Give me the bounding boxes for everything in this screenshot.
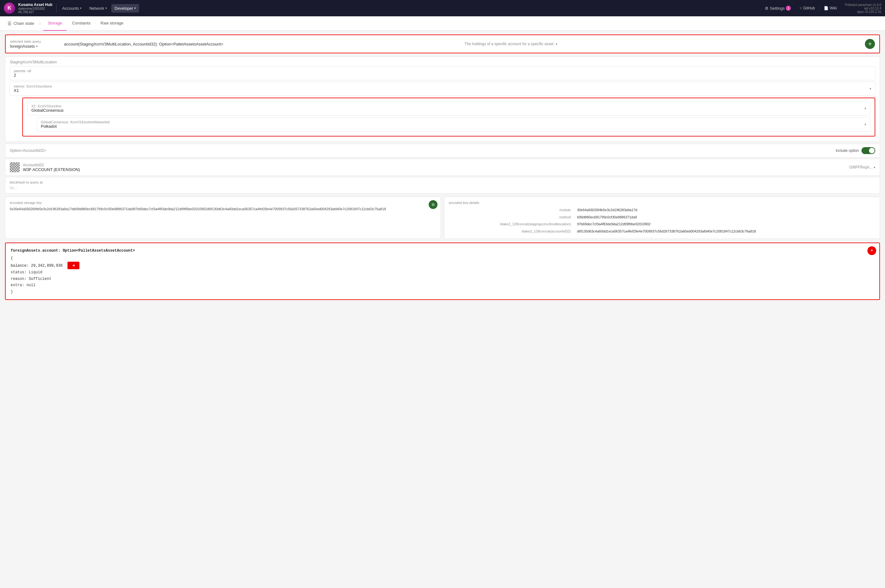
account-avatar (10, 162, 20, 172)
result-box: foreignAssets.account: Option<PalletAsse… (5, 243, 880, 300)
parents-field: parents: u8 2 (10, 66, 875, 80)
github-icon: ⑂ (800, 6, 802, 10)
nav-separator (56, 4, 57, 12)
blockhash-input[interactable]: 0x... (10, 185, 875, 190)
main-content: selected state query foreignAssets ▾ acc… (0, 31, 885, 588)
version-info: Polkadot parachain v1.9.0 api v10.12.4 a… (845, 3, 881, 14)
raw-storage-tab[interactable]: Raw storage (96, 16, 128, 31)
developer-caret-icon: ▾ (134, 7, 136, 10)
network-nav[interactable]: Network ▾ (86, 4, 110, 12)
app-logo: K (4, 3, 15, 14)
storage-tab[interactable]: Storage (43, 16, 66, 31)
module-select[interactable]: foreignAssets ▾ (10, 44, 60, 49)
constants-tab[interactable]: Constants (68, 16, 95, 31)
block-number: #6,758,427 (18, 10, 52, 14)
interior-select[interactable]: interior: XcmV3Junctions X1 ▾ (10, 82, 875, 96)
include-option-toggle[interactable] (861, 147, 875, 154)
desc-caret-icon: ▾ (556, 42, 557, 46)
account-row: AccountId32 W3F ACCOUNT (EXTENSION) G9tP… (5, 159, 880, 176)
query-box: selected state query foreignAssets ▾ acc… (5, 34, 880, 53)
settings-gear-icon: ⚙ (765, 6, 769, 10)
network-name: Kusama Asset Hub (18, 3, 52, 7)
table-row: blake2_128concat(accountid32) d6f130d63c… (449, 228, 875, 235)
storage-key-panel: encoded storage key 0x30e64a56026f4b5e3c… (5, 197, 441, 239)
arrow-indicator: ◀ (68, 262, 80, 270)
wiki-icon: 📄 (824, 6, 828, 10)
table-row: blake2_128concat(stagingxcmv3multilocati… (449, 220, 875, 228)
global-caret-icon: ▾ (865, 123, 866, 126)
x1-box: X1: XcmV3Junction GlobalConsensus ▾ Glob… (22, 98, 875, 136)
module-caret-icon: ▾ (36, 45, 38, 48)
wiki-button[interactable]: 📄 Wiki (820, 4, 840, 12)
key-details-table: module 30e64a56026f4b5e3c2d196283a9a17d … (449, 207, 875, 235)
table-row: module 30e64a56026f4b5e3c2d196283a9a17d (449, 207, 875, 214)
description-select[interactable]: The holdings of a specific account for a… (465, 42, 861, 46)
account-info: AccountId32 W3F ACCOUNT (EXTENSION) (23, 163, 846, 172)
table-row: method b99d880ec681799c0cf30e8886371da9 (449, 214, 875, 221)
settings-badge: 1 (786, 6, 791, 10)
settings-button[interactable]: ⚙ Settings 1 (762, 4, 794, 12)
brand-info: Kusama Asset Hub statemine/1001002 #6,75… (18, 3, 52, 14)
developer-nav[interactable]: Developer ▾ (111, 4, 139, 12)
add-query-button[interactable]: + (865, 39, 875, 49)
github-button[interactable]: ⑂ GitHub (796, 4, 818, 12)
bottom-panels: encoded storage key 0x30e64a56026f4b5e3c… (5, 197, 880, 239)
close-result-button[interactable]: ✕ (867, 246, 876, 255)
x1-caret-icon: ▾ (865, 106, 866, 110)
sub-nav: ☰ Chain state › Storage Constants Raw st… (0, 16, 885, 31)
staging-section: StagingXcmV3MultiLocation parents: u8 2 … (5, 57, 880, 142)
result-title: foreignAssets.account: Option<PalletAsse… (10, 248, 874, 254)
accounts-caret-icon: ▾ (80, 7, 82, 10)
key-details-panel: encoded key details module 30e64a56026f4… (444, 197, 880, 239)
network-sub: statemine/1001002 (18, 7, 52, 10)
accounts-nav[interactable]: Accounts ▾ (59, 4, 85, 12)
chain-state-nav[interactable]: ☰ Chain state (5, 20, 37, 27)
staging-label: StagingXcmV3MultiLocation (10, 60, 875, 64)
result-balance-line: balance: 29,342,899,936 ◀ (10, 262, 874, 270)
method-select[interactable]: account(StagingXcmV3MultiLocation, Accou… (64, 42, 461, 46)
query-module-group: selected state query foreignAssets ▾ (10, 39, 60, 49)
storage-key-value: 0x30e64a56026f4b5e3c2d196283a9a17db99d88… (10, 207, 436, 212)
toggle-knob (869, 148, 874, 153)
option-row: Option<AccountId32> include option (5, 144, 880, 158)
account-caret-icon: ▾ (874, 166, 875, 169)
network-caret-icon: ▾ (105, 7, 107, 10)
copy-key-button[interactable]: ⧉ (429, 200, 438, 209)
top-nav: K Kusama Asset Hub statemine/1001002 #6,… (0, 0, 885, 16)
account-selector[interactable]: G9tPFRxqA... ▾ (849, 165, 875, 170)
blockhash-row: blockhash to query at 0x... (5, 177, 880, 194)
hamburger-icon: ☰ (8, 21, 12, 26)
x1-select[interactable]: X1: XcmV3Junction GlobalConsensus ▾ (27, 101, 870, 116)
global-consensus-select[interactable]: GlobalConsensus: XcmV3JunctionNetworkId … (37, 117, 870, 132)
interior-caret-icon: ▾ (870, 87, 871, 90)
result-body: { balance: 29,342,899,936 ◀ status: Liqu… (10, 255, 874, 295)
nav-right: ⚙ Settings 1 ⑂ GitHub 📄 Wiki Polkadot pa… (762, 3, 881, 14)
nav-arrow-icon: › (39, 21, 41, 26)
